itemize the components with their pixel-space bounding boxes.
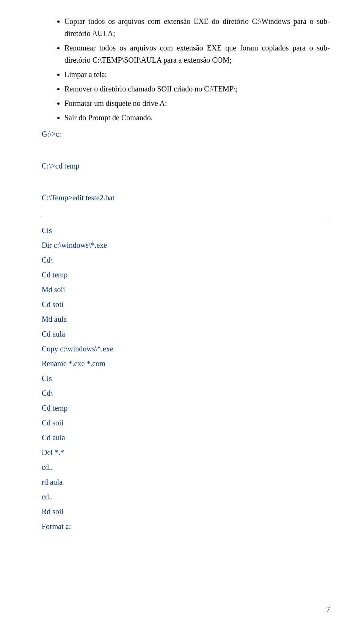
command-line: Cd\ [42, 386, 330, 400]
bullet-item: Sair do Prompt de Comando. [64, 112, 330, 124]
bullet-item: Remover o diretório chamado SOII criado … [64, 83, 330, 95]
command-line: Cd soii [42, 298, 330, 312]
bullet-item: Formatar um disquete no drive A: [64, 97, 330, 109]
command-line: Dir c:\windows\*.exe [42, 238, 330, 252]
command-line: Cd aula [42, 431, 330, 445]
command-line: Copy c:\windows\*.exe [42, 342, 330, 356]
prompt-line: C:\Temp>edit teste2.bat [42, 190, 330, 205]
divider [42, 218, 330, 218]
command-line: rd aula [42, 475, 330, 489]
command-line: cd.. [42, 460, 330, 474]
command-line: Md aula [42, 312, 330, 326]
prompt-line: C:\>cd temp [42, 159, 330, 173]
command-line: Cls [42, 372, 330, 386]
command-line: cd.. [42, 490, 330, 504]
command-line: Cd temp [42, 401, 330, 415]
bullet-item: Limpar a tela; [64, 68, 330, 80]
command-line: Rd soii [42, 505, 330, 519]
command-line: Cd temp [42, 268, 330, 282]
command-line: Cls [42, 224, 330, 238]
command-line: Rename *.exe *.com [42, 357, 330, 371]
prompt-block: C:\>cd temp [42, 159, 330, 173]
command-line: Format a: [42, 520, 330, 534]
prompt-line: G:\>c: [42, 127, 330, 141]
prompt-block: G:\>c: [42, 127, 330, 141]
command-line: Md soii [42, 283, 330, 297]
document-page: Copiar todos os arquivos com extensão EX… [0, 0, 364, 625]
command-line: Cd soii [42, 416, 330, 430]
command-line: Del *.* [42, 446, 330, 460]
bullet-item: Renomear todos os arquivos com extensão … [64, 42, 330, 66]
page-number: 7 [326, 606, 330, 614]
command-line: Cd\ [42, 253, 330, 267]
command-line: Cd aula [42, 327, 330, 341]
prompt-block: C:\Temp>edit teste2.bat [42, 190, 330, 205]
command-block: Cls Dir c:\windows\*.exe Cd\ Cd temp Md … [42, 224, 330, 534]
bullet-list: Copiar todos os arquivos com extensão EX… [42, 15, 330, 124]
bullet-item: Copiar todos os arquivos com extensão EX… [64, 15, 330, 39]
